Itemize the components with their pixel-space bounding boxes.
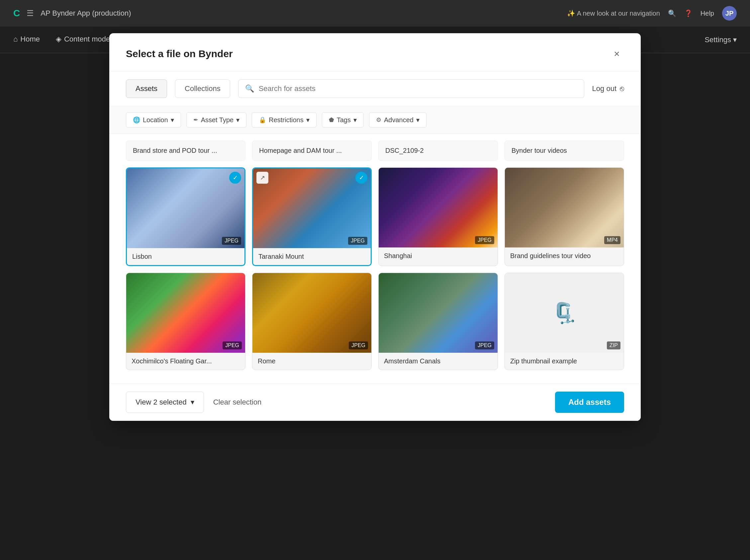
asset-title-brandguidelines: Brand guidelines tour video xyxy=(505,247,624,264)
asset-thumb-shanghai: JPEG xyxy=(379,168,498,247)
partial-card-title-3: Bynder tour videos xyxy=(511,147,567,154)
app-logo: C xyxy=(13,8,20,19)
modal-footer: View 2 selected ▾ Clear selection Add as… xyxy=(109,383,641,421)
logout-icon: ⎋ xyxy=(620,84,624,93)
modal-header: Select a file on Bynder × xyxy=(109,33,641,72)
filter-restrictions[interactable]: 🔒 Restrictions ▾ xyxy=(252,112,316,127)
search-input[interactable] xyxy=(259,84,577,93)
logout-label: Log out xyxy=(592,84,616,93)
asset-card-xochimilco[interactable]: JPEG Xochimilco's Floating Gar... xyxy=(126,273,245,370)
filter-restrictions-label: Restrictions xyxy=(269,116,303,124)
selected-check-taranaki: ✓ xyxy=(356,172,367,184)
asset-card-amsterdam[interactable]: JPEG Amsterdam Canals xyxy=(378,273,498,370)
add-assets-button[interactable]: Add assets xyxy=(555,392,624,413)
asset-card-lisbon[interactable]: JPEG ✓ Lisbon xyxy=(126,167,245,266)
sidebar-item-content-model[interactable]: ◈ Content model xyxy=(56,35,112,45)
partial-card-title-0: Brand store and POD tour ... xyxy=(133,147,217,154)
asset-title-zip: Zip thumbnail example xyxy=(505,353,624,370)
partial-card-0[interactable]: Brand store and POD tour ... xyxy=(126,140,245,161)
home-icon: ⌂ xyxy=(13,35,18,43)
asset-format-taranaki: JPEG xyxy=(348,237,367,245)
filter-asset-type-label: Asset Type xyxy=(201,116,234,124)
partial-card-title-2: DSC_2109-2 xyxy=(385,147,424,154)
top-nav-left: C ☰ AP Bynder App (production) xyxy=(13,8,131,19)
filter-location-label: Location xyxy=(143,116,168,124)
asset-title-rome: Rome xyxy=(252,353,371,370)
location-chevron-icon: ▾ xyxy=(171,116,174,124)
user-avatar[interactable]: JP xyxy=(722,6,737,21)
filter-tags[interactable]: ⬟ Tags ▾ xyxy=(322,112,364,127)
nav-hint: ✨ A new look at our navigation xyxy=(567,9,660,17)
view-selected-chevron-icon: ▾ xyxy=(191,398,194,406)
advanced-chevron-icon: ▾ xyxy=(416,116,420,124)
top-nav-right: ✨ A new look at our navigation 🔍 ❓ Help … xyxy=(567,6,737,21)
selected-check-lisbon: ✓ xyxy=(229,172,241,184)
asset-card-taranaki[interactable]: ↗ JPEG ✓ Taranaki Mount xyxy=(252,167,372,266)
asset-type-chevron-icon: ▾ xyxy=(236,116,240,124)
tabs-search-row: Assets Collections 🔍 Log out ⎋ xyxy=(109,72,641,106)
partial-card-title-1: Homepage and DAM tour ... xyxy=(259,147,342,154)
asset-thumb-zip: 🗜️ ZIP xyxy=(505,273,624,353)
asset-card-shanghai[interactable]: JPEG Shanghai xyxy=(378,167,498,266)
asset-card-rome[interactable]: JPEG Rome xyxy=(252,273,372,370)
partial-card-1[interactable]: Homepage and DAM tour ... xyxy=(252,140,372,161)
view-selected-label: View 2 selected xyxy=(136,398,187,406)
settings-menu[interactable]: Settings ▾ xyxy=(705,36,737,44)
filter-location[interactable]: 🌐 Location ▾ xyxy=(126,112,181,127)
asset-title-taranaki: Taranaki Mount xyxy=(253,248,371,265)
asset-format-zip: ZIP xyxy=(607,341,621,349)
asset-card-zip[interactable]: 🗜️ ZIP Zip thumbnail example xyxy=(505,273,624,370)
modal-content: Brand store and POD tour ... Homepage an… xyxy=(109,134,641,383)
asset-thumb-lisbon: JPEG ✓ xyxy=(127,168,244,248)
asset-format-xochimilco: JPEG xyxy=(223,341,242,349)
filter-asset-type[interactable]: ✒ Asset Type ▾ xyxy=(186,112,247,127)
asset-format-lisbon: JPEG xyxy=(222,237,241,245)
logout-button[interactable]: Log out ⎋ xyxy=(592,84,624,93)
asset-thumb-xochimilco: JPEG xyxy=(126,273,245,353)
restrictions-icon: 🔒 xyxy=(259,116,266,123)
help-label: Help xyxy=(701,9,714,17)
partial-card-2[interactable]: DSC_2109-2 xyxy=(378,140,498,161)
asset-type-icon: ✒ xyxy=(193,116,198,123)
asset-thumb-rome: JPEG xyxy=(252,273,371,353)
external-link-icon-taranaki: ↗ xyxy=(257,172,268,184)
restrictions-chevron-icon: ▾ xyxy=(306,116,309,124)
content-model-icon: ◈ xyxy=(56,35,61,43)
asset-thumb-taranaki: ↗ JPEG ✓ xyxy=(253,168,371,248)
asset-title-amsterdam: Amsterdam Canals xyxy=(379,353,498,370)
menu-icon[interactable]: ☰ xyxy=(26,8,34,18)
asset-format-amsterdam: JPEG xyxy=(475,341,494,349)
filter-row: 🌐 Location ▾ ✒ Asset Type ▾ 🔒 Restrictio… xyxy=(109,106,641,134)
search-icon: 🔍 xyxy=(245,84,254,93)
modal-close-button[interactable]: × xyxy=(609,46,624,61)
search-icon[interactable]: 🔍 xyxy=(668,9,676,17)
clear-selection-button[interactable]: Clear selection xyxy=(208,392,267,413)
asset-title-lisbon: Lisbon xyxy=(127,248,244,265)
asset-format-rome: JPEG xyxy=(349,341,368,349)
tab-assets[interactable]: Assets xyxy=(126,79,167,98)
asset-title-shanghai: Shanghai xyxy=(379,247,498,264)
zip-icon: 🗜️ xyxy=(552,301,577,325)
footer-left: View 2 selected ▾ Clear selection xyxy=(126,392,267,413)
sidebar-item-home[interactable]: ⌂ Home xyxy=(13,35,40,45)
partial-cards-row: Brand store and POD tour ... Homepage an… xyxy=(126,140,624,161)
asset-title-xochimilco: Xochimilco's Floating Gar... xyxy=(126,353,245,370)
asset-thumb-amsterdam: JPEG xyxy=(379,273,498,353)
tags-chevron-icon: ▾ xyxy=(353,116,357,124)
image-grid: JPEG ✓ Lisbon ↗ JPEG ✓ Taranaki Mount JP… xyxy=(126,167,624,266)
filter-tags-label: Tags xyxy=(337,116,351,124)
search-box[interactable]: 🔍 xyxy=(238,79,584,98)
location-icon: 🌐 xyxy=(133,116,140,123)
partial-card-3[interactable]: Bynder tour videos xyxy=(505,140,624,161)
brand-label: AP Bynder App (production) xyxy=(41,9,131,18)
asset-format-shanghai: JPEG xyxy=(475,236,494,244)
asset-format-brandguidelines: MP4 xyxy=(604,236,621,244)
tab-collections[interactable]: Collections xyxy=(175,79,230,98)
help-icon[interactable]: ❓ xyxy=(684,9,692,17)
filter-advanced-label: Advanced xyxy=(384,116,413,124)
filter-advanced[interactable]: ⚙ Advanced ▾ xyxy=(369,112,426,127)
top-navigation: C ☰ AP Bynder App (production) ✨ A new l… xyxy=(0,0,750,26)
view-selected-button[interactable]: View 2 selected ▾ xyxy=(126,392,204,413)
asset-card-brandguidelines[interactable]: MP4 Brand guidelines tour video xyxy=(505,167,624,266)
asset-thumb-brandguidelines: MP4 xyxy=(505,168,624,247)
